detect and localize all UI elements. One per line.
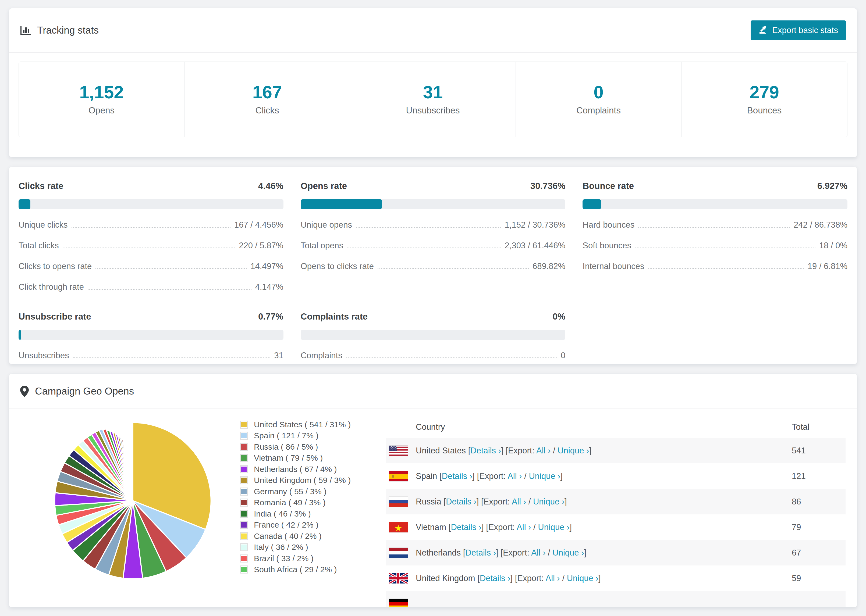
export-all-link[interactable]: All › xyxy=(507,471,522,481)
export-all-link[interactable]: All › xyxy=(516,522,531,532)
country-name: Russia xyxy=(416,497,444,506)
total-column-header: Total xyxy=(792,422,846,432)
export-unique-link[interactable]: Unique › xyxy=(557,446,589,455)
export-all-link[interactable]: All › xyxy=(545,574,560,583)
export-all-link[interactable]: All › xyxy=(536,446,551,455)
country-flag xyxy=(386,599,416,608)
export-unique-link[interactable]: Unique › xyxy=(533,497,565,506)
country-cell: Spain [Details ›] [Export: All › / Uniqu… xyxy=(416,471,792,481)
stat-label: Opens xyxy=(88,105,115,116)
rate-row-value: 167 / 4.456% xyxy=(234,220,283,230)
details-link[interactable]: Details › xyxy=(471,446,501,455)
legend-label: Canada ( 40 / 2% ) xyxy=(254,532,322,541)
legend-label: Italy ( 36 / 2% ) xyxy=(254,543,308,552)
export-unique-link[interactable]: Unique › xyxy=(553,548,584,558)
bracket: ] xyxy=(584,548,586,558)
rate-title: Opens rate xyxy=(301,181,347,191)
legend-swatch xyxy=(240,443,248,451)
bracket: ] xyxy=(589,446,591,455)
details-link[interactable]: Details › xyxy=(442,471,472,481)
bracket: ] xyxy=(561,471,563,481)
stat-label: Bounces xyxy=(747,105,781,116)
slash: / xyxy=(531,522,538,532)
dotted-leader xyxy=(346,357,557,358)
export-unique-link[interactable]: Unique › xyxy=(529,471,560,481)
geo-table-row: Russia [Details ›] [Export: All › / Uniq… xyxy=(386,489,846,514)
legend-item: United Kingdom ( 59 / 3% ) xyxy=(240,475,369,486)
legend-swatch xyxy=(240,487,248,496)
export-unique-link[interactable]: Unique › xyxy=(533,497,565,506)
export-unique-link[interactable]: Unique › xyxy=(567,574,598,583)
country-total: 541 xyxy=(792,446,846,456)
legend-swatch xyxy=(240,532,248,540)
stat-label: Clicks xyxy=(255,105,279,116)
details-link[interactable]: Details › xyxy=(465,548,496,558)
geo-table-row: Vietnam [Details ›] [Export: All › / Uni… xyxy=(386,514,846,540)
rate-detail-row: Unsubscribes 31 xyxy=(19,351,283,361)
export-unique-link[interactable]: Unique › xyxy=(557,446,589,455)
export-all-link[interactable]: All › xyxy=(536,446,551,455)
export-unique-link[interactable]: Unique › xyxy=(538,522,569,532)
legend-item: South Africa ( 29 / 2% ) xyxy=(240,564,369,575)
details-link[interactable]: Details › xyxy=(471,446,501,455)
legend-swatch xyxy=(240,566,248,574)
country-flag xyxy=(386,573,416,583)
country-flag xyxy=(386,548,416,558)
export-unique-link[interactable]: Unique › xyxy=(567,574,598,583)
big-stat-cell: 1,152 Opens xyxy=(19,62,184,137)
details-link[interactable]: Details › xyxy=(451,522,482,532)
stat-label: Complaints xyxy=(576,105,621,116)
legend-swatch xyxy=(240,465,248,473)
export-label: ] [Export: xyxy=(482,522,516,532)
export-all-link[interactable]: All › xyxy=(512,497,526,506)
export-all-link[interactable]: All › xyxy=(516,522,531,532)
geo-table-header-row: Country Total xyxy=(386,416,846,438)
details-link[interactable]: Details › xyxy=(446,497,477,506)
stat-value: 1,152 xyxy=(79,83,124,101)
rate-row-label: Unique clicks xyxy=(19,220,68,230)
rate-detail-row: Unique opens 1,152 / 30.736% xyxy=(301,220,565,230)
big-stat-cell: 31 Unsubscribes xyxy=(350,62,516,137)
details-link[interactable]: Details › xyxy=(442,471,472,481)
rate-section: Bounce rate 6.927% Hard bounces 242 / 86… xyxy=(583,181,847,292)
tracking-stats-card: Tracking stats Export basic stats 1,152 xyxy=(9,8,857,157)
export-all-link[interactable]: All › xyxy=(545,574,560,583)
export-unique-link[interactable]: Unique › xyxy=(538,522,569,532)
stat-label: Unsubscribes xyxy=(406,105,460,116)
export-unique-link[interactable]: Unique › xyxy=(529,471,560,481)
rate-progress-bar xyxy=(19,330,283,340)
details-link[interactable]: Details › xyxy=(446,497,477,506)
details-link[interactable]: Details › xyxy=(480,574,510,583)
rate-section: Opens rate 30.736% Unique opens 1,152 / … xyxy=(301,181,565,292)
country-name: United Kingdom xyxy=(416,574,477,583)
rates-grid: Clicks rate 4.46% Unique clicks 167 / 4.… xyxy=(19,181,847,361)
details-link[interactable]: Details › xyxy=(480,574,510,583)
rate-value: 4.46% xyxy=(258,181,283,191)
rate-row-label: Internal bounces xyxy=(583,261,644,271)
rate-section: Clicks rate 4.46% Unique clicks 167 / 4.… xyxy=(19,181,283,292)
big-stat-cell: 0 Complaints xyxy=(516,62,682,137)
legend-swatch xyxy=(240,498,248,507)
big-stats-box: 1,152 Opens 167 Clicks 31 Unsubscribes 0… xyxy=(19,61,847,137)
rate-value: 6.927% xyxy=(817,181,847,191)
export-all-link[interactable]: All › xyxy=(531,548,545,558)
geo-opens-header: Campaign Geo Opens xyxy=(9,374,857,409)
rate-row-label: Complaints xyxy=(301,351,342,360)
legend-label: Romania ( 49 / 3% ) xyxy=(254,498,326,507)
geo-table-row: United Kingdom [Details ›] [Export: All … xyxy=(386,566,846,591)
export-all-link[interactable]: All › xyxy=(531,548,545,558)
legend-label: Russia ( 86 / 5% ) xyxy=(254,442,318,451)
rate-row-label: Soft bounces xyxy=(583,241,631,250)
rate-detail-row: Total opens 2,303 / 61.446% xyxy=(301,241,565,251)
legend-item: United States ( 541 / 31% ) xyxy=(240,419,369,430)
export-all-link[interactable]: All › xyxy=(507,471,522,481)
big-stat-cell: 279 Bounces xyxy=(682,62,847,137)
rate-row-label: Total clicks xyxy=(19,241,59,250)
export-unique-link[interactable]: Unique › xyxy=(553,548,584,558)
export-basic-stats-button[interactable]: Export basic stats xyxy=(751,20,846,40)
details-link[interactable]: Details › xyxy=(451,522,482,532)
legend-item: Brazil ( 33 / 2% ) xyxy=(240,553,369,564)
details-link[interactable]: Details › xyxy=(465,548,496,558)
export-all-link[interactable]: All › xyxy=(512,497,526,506)
export-icon xyxy=(759,25,768,36)
